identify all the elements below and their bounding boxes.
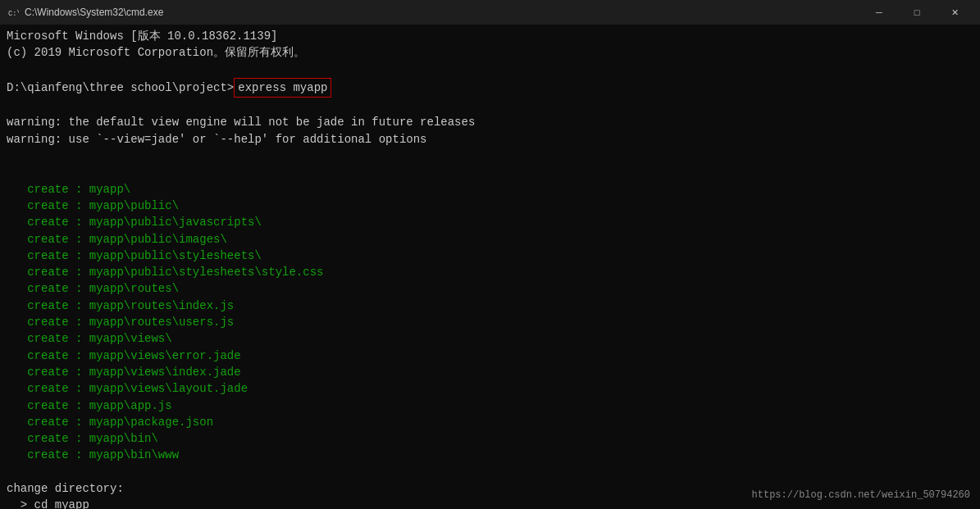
terminal-line	[7, 464, 973, 480]
terminal-line: create : myapp\public\stylesheets\style.…	[7, 264, 973, 280]
maximize-button[interactable]: □	[898, 0, 936, 25]
close-button[interactable]: ✕	[936, 0, 973, 25]
cmd-window: C:\ C:\Windows\System32\cmd.exe ─ □ ✕ Mi…	[0, 0, 980, 509]
terminal-line: create : myapp\views\index.jade	[7, 364, 973, 380]
watermark: https://blog.csdn.net/weixin_50794260	[752, 489, 970, 502]
title-bar: C:\ C:\Windows\System32\cmd.exe ─ □ ✕	[0, 0, 980, 25]
terminal-body[interactable]: Microsoft Windows [版本 10.0.18362.1139] (…	[0, 25, 980, 509]
terminal-line: create : myapp\views\	[7, 330, 973, 347]
terminal-line: create : myapp\routes\users.js	[7, 314, 973, 330]
terminal-prompt-line: D:\qianfeng\three school\project>express…	[7, 78, 973, 98]
prompt-text: D:\qianfeng\three school\project>	[7, 80, 234, 96]
svg-text:C:\: C:\	[8, 10, 19, 18]
terminal-line	[7, 164, 973, 180]
terminal-line: create : myapp\public\	[7, 198, 973, 214]
terminal-line: create : myapp\public\images\	[7, 231, 973, 248]
window-title: C:\Windows\System32\cmd.exe	[25, 7, 860, 18]
cmd-icon: C:\	[7, 6, 20, 19]
terminal-line: create : myapp\app.js	[7, 398, 973, 414]
terminal-line: Microsoft Windows [版本 10.0.18362.1139]	[7, 28, 973, 44]
terminal-line: (c) 2019 Microsoft Corporation。保留所有权利。	[7, 44, 973, 61]
minimize-button[interactable]: ─	[860, 0, 898, 25]
terminal-line: create : myapp\bin\	[7, 430, 973, 447]
command-text: express myapp	[234, 78, 331, 98]
terminal-line	[7, 61, 973, 78]
terminal-line	[7, 98, 973, 114]
terminal-line: create : myapp\views\layout.jade	[7, 380, 973, 397]
terminal-line: create : myapp\routes\	[7, 280, 973, 297]
terminal-line: create : myapp\public\stylesheets\	[7, 248, 973, 264]
terminal-line	[7, 148, 973, 164]
terminal-line: create : myapp\views\error.jade	[7, 348, 973, 364]
terminal-line: warning: use `--view=jade' or `--help' f…	[7, 131, 973, 148]
terminal-line: create : myapp\public\javascripts\	[7, 214, 973, 230]
terminal-line: create : myapp\bin\www	[7, 447, 973, 463]
terminal-line: warning: the default view engine will no…	[7, 114, 973, 130]
window-controls: ─ □ ✕	[860, 0, 973, 25]
terminal-line: create : myapp\package.json	[7, 414, 973, 430]
terminal-line: create : myapp\	[7, 181, 973, 198]
terminal-line: create : myapp\routes\index.js	[7, 298, 973, 314]
